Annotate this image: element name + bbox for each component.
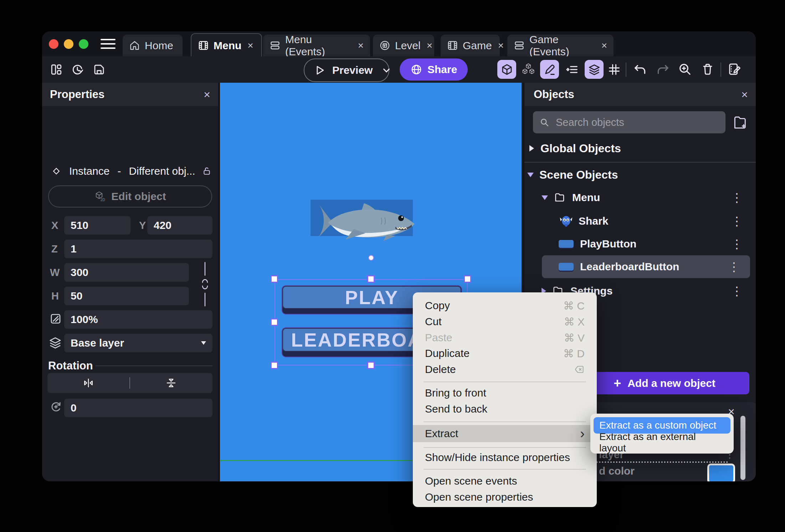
menu-item-open-scene-properties[interactable]: Open scene properties: [413, 489, 597, 505]
kebab-menu-icon[interactable]: ⋮: [728, 261, 740, 273]
shark-sprite[interactable]: [309, 202, 420, 241]
scene-objects-section[interactable]: Scene Objects: [524, 166, 756, 183]
tree-item-label: Menu: [572, 191, 600, 204]
search-icon: [539, 117, 549, 127]
resize-handle-s[interactable]: [367, 362, 375, 369]
tab-level[interactable]: Level ×: [373, 35, 434, 56]
scene-icon: [198, 40, 209, 51]
menu-item-extract[interactable]: Extract ›: [413, 425, 597, 442]
menu-item-cut[interactable]: Cut ⌘ X: [413, 313, 597, 330]
menu-item-duplicate[interactable]: Duplicate ⌘ D: [413, 345, 597, 362]
instances-icon[interactable]: [519, 60, 538, 79]
unlock-icon[interactable]: [202, 166, 212, 176]
menu-item-open-scene-events[interactable]: Open scene events: [413, 473, 597, 489]
background-color-swatch[interactable]: [707, 464, 735, 481]
edit-scene-notes-icon[interactable]: [727, 61, 743, 77]
flip-horizontal-button[interactable]: [47, 377, 129, 389]
traffic-zoom-button[interactable]: [79, 39, 88, 49]
menu-item-send-to-back[interactable]: Send to back: [413, 401, 597, 417]
kebab-menu-icon[interactable]: ⋮: [731, 191, 743, 204]
save-icon[interactable]: [93, 63, 106, 76]
menu-item-bring-to-front[interactable]: Bring to front: [413, 385, 597, 401]
layout-panels-icon[interactable]: [50, 63, 63, 76]
menu-item-delete[interactable]: Delete: [413, 361, 597, 378]
kebab-menu-icon[interactable]: ⋮: [731, 238, 743, 250]
edit-mode-pencil-icon[interactable]: [540, 60, 559, 79]
tab-home[interactable]: Home: [123, 35, 183, 56]
tree-item-label: PlayButton: [580, 238, 636, 250]
layers-panel-icon[interactable]: [585, 60, 604, 79]
cube-2d-icon: 2D: [94, 191, 106, 202]
opacity-input[interactable]: [64, 310, 212, 329]
hamburger-menu-icon[interactable]: [101, 39, 116, 49]
tab-label: Level: [395, 40, 421, 52]
search-box[interactable]: [533, 111, 725, 133]
tree-item-label: Shark: [579, 215, 608, 227]
menu-item-label: Open scene properties: [425, 491, 533, 503]
preview-dropdown-button[interactable]: [376, 59, 397, 81]
tab-menu[interactable]: Menu ×: [191, 33, 262, 57]
traffic-minimize-button[interactable]: [64, 39, 73, 49]
global-objects-section[interactable]: Global Objects: [524, 140, 756, 157]
y-input[interactable]: [147, 216, 212, 235]
close-icon[interactable]: ×: [601, 41, 607, 51]
resize-handle-ne[interactable]: [464, 275, 471, 283]
resize-handle-w[interactable]: [271, 318, 278, 326]
grid-icon[interactable]: [605, 60, 623, 79]
close-icon[interactable]: ×: [204, 88, 210, 101]
add-folder-icon[interactable]: [732, 114, 748, 130]
search-objects-input[interactable]: [555, 116, 719, 129]
share-button[interactable]: Share: [400, 58, 468, 81]
menu-item-show-hide-instance-properties[interactable]: Show/Hide instance properties: [413, 449, 597, 466]
shark-object-icon: [559, 214, 573, 228]
flip-vertical-button[interactable]: [130, 377, 212, 389]
tab-game[interactable]: Game ×: [441, 35, 500, 56]
close-icon[interactable]: ×: [427, 41, 432, 51]
toolbar-separator: [626, 62, 626, 77]
rotate-handle[interactable]: [368, 255, 374, 261]
kebab-menu-icon[interactable]: ⋮: [731, 215, 743, 227]
tab-game-events[interactable]: Game (Events) ×: [507, 35, 614, 56]
resize-handle-n[interactable]: [367, 275, 375, 283]
objects-3d-view-icon[interactable]: [497, 60, 516, 79]
shortcut-label: ⌘ D: [563, 347, 585, 360]
tree-row-menu-folder[interactable]: Menu ⋮: [524, 188, 756, 208]
redo-icon[interactable]: [655, 61, 671, 77]
rotation-input[interactable]: [64, 399, 212, 417]
tree-row-leaderboardbutton-selected[interactable]: LeaderboardButton ⋮: [542, 255, 750, 278]
x-label: X: [51, 220, 58, 231]
w-input[interactable]: [64, 263, 189, 282]
menu-divider: [424, 469, 586, 470]
kebab-menu-icon[interactable]: ⋮: [731, 285, 743, 297]
x-input[interactable]: [64, 216, 130, 235]
close-icon[interactable]: ×: [498, 41, 504, 51]
history-icon[interactable]: [71, 63, 84, 77]
layer-select[interactable]: Base layer: [64, 334, 212, 352]
delete-key-icon: [574, 364, 585, 375]
undo-icon[interactable]: [632, 61, 648, 77]
tree-row-shark[interactable]: Shark ⋮: [524, 211, 756, 231]
close-icon[interactable]: ×: [247, 41, 253, 51]
rotation-divider: [96, 365, 212, 366]
resize-handle-nw[interactable]: [271, 275, 278, 283]
scrollbar-thumb[interactable]: [740, 416, 745, 480]
close-icon[interactable]: ×: [741, 88, 748, 101]
tab-label: Menu (Events): [285, 34, 352, 58]
zoom-in-icon[interactable]: [677, 61, 693, 77]
tab-menu-events[interactable]: Menu (Events) ×: [263, 35, 370, 56]
submenu-item-extract-external-layout[interactable]: Extract as an external layout: [594, 434, 730, 451]
h-input[interactable]: [64, 287, 189, 305]
resize-handle-sw[interactable]: [271, 362, 278, 369]
z-input[interactable]: [64, 240, 212, 258]
menu-item-copy[interactable]: Copy ⌘ C: [413, 297, 597, 314]
instances-list-icon[interactable]: [563, 60, 581, 79]
link-dimensions-icon[interactable]: [200, 262, 210, 307]
scene-icon: [447, 40, 458, 51]
traffic-close-button[interactable]: [49, 39, 58, 49]
instance-header-row: Instance - Different obj...: [42, 163, 218, 179]
close-icon[interactable]: ×: [358, 41, 364, 51]
edit-object-button[interactable]: 2D Edit object: [48, 185, 212, 208]
trash-icon[interactable]: [700, 61, 715, 77]
tree-row-playbutton[interactable]: PlayButton ⋮: [524, 234, 756, 254]
preview-button[interactable]: Preview: [304, 58, 389, 82]
